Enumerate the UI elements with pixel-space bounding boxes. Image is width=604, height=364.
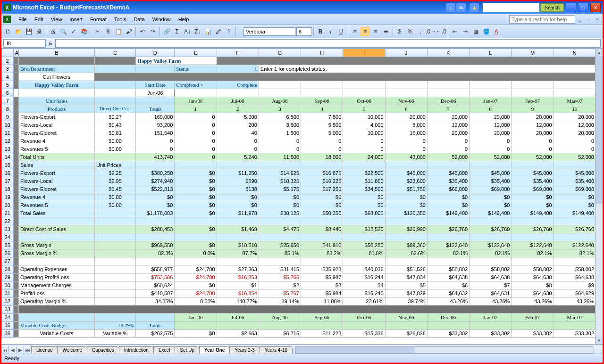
cell[interactable]: Flowers-Local	[18, 121, 94, 129]
cell[interactable]: $35,400	[427, 177, 469, 185]
cell[interactable]: 20,000	[512, 113, 554, 121]
decrease-decimal-icon[interactable]: ←.0	[436, 27, 446, 36]
cell[interactable]: 2	[217, 105, 259, 113]
cell[interactable]: $99,360	[385, 241, 427, 249]
cell[interactable]: 15,000	[385, 129, 427, 137]
cell[interactable]: $41,910	[301, 241, 343, 249]
cell[interactable]	[18, 314, 94, 322]
sort-desc-icon[interactable]: Z↓	[193, 27, 202, 36]
autosum-icon[interactable]: Σ	[172, 27, 182, 36]
sheet-tab[interactable]: License	[31, 346, 58, 354]
cell[interactable]: $0	[217, 201, 259, 209]
cell[interactable]	[217, 161, 259, 169]
cell[interactable]: $0	[259, 193, 301, 201]
cell[interactable]: $0	[175, 201, 217, 209]
cell[interactable]: $14,625	[259, 169, 301, 177]
cell[interactable]: Revenues 5	[18, 145, 94, 153]
cell[interactable]: $6,715	[259, 330, 301, 338]
cell[interactable]: $16,875	[301, 169, 343, 177]
cell[interactable]	[217, 257, 259, 265]
cell[interactable]: Feb-07	[512, 97, 554, 105]
cell[interactable]: 3,500	[259, 121, 301, 129]
cell[interactable]: $25,650	[259, 241, 301, 249]
paste-icon[interactable]: 📋	[114, 27, 123, 36]
cell[interactable]: 0	[385, 137, 427, 145]
cell[interactable]: $0	[175, 209, 217, 217]
row-header[interactable]: 14	[2, 153, 14, 161]
cell[interactable]: $0	[175, 193, 217, 201]
cell[interactable]: $0	[470, 193, 512, 201]
vertical-scrollbar[interactable]: ▲ ▼	[595, 49, 603, 344]
maximize-button[interactable]: □	[578, 3, 588, 12]
cell[interactable]: $0	[301, 201, 343, 209]
cell[interactable]: $16,225	[301, 177, 343, 185]
cell[interactable]: $120,350	[385, 209, 427, 217]
cell[interactable]	[470, 81, 512, 89]
cell[interactable]	[95, 225, 136, 233]
cell[interactable]: $0.27	[95, 113, 136, 121]
cell[interactable]: $11,800	[343, 177, 385, 185]
menu-format[interactable]: Format	[86, 16, 110, 23]
cell[interactable]: $138	[217, 185, 259, 193]
fill-color-icon[interactable]: 🪣	[481, 27, 491, 36]
row-header[interactable]: 9	[2, 113, 14, 121]
cell[interactable]: Variable Costs Budget	[18, 322, 94, 330]
cell[interactable]: Jun-06	[175, 97, 217, 105]
row-header[interactable]: 21	[2, 209, 14, 217]
cell[interactable]	[136, 97, 175, 105]
bold-icon[interactable]: B	[316, 27, 325, 36]
cell[interactable]: Products	[18, 105, 94, 113]
cell[interactable]: $0	[512, 201, 554, 209]
cell[interactable]: 0	[136, 145, 175, 153]
home-icon[interactable]: ⌂	[446, 3, 455, 12]
cell[interactable]: 20,000	[427, 113, 469, 121]
row-header[interactable]: 24	[2, 233, 14, 241]
cell[interactable]: Flowers-Export	[18, 113, 94, 121]
cell[interactable]	[385, 322, 427, 330]
cell[interactable]: $0	[175, 225, 217, 233]
cell[interactable]: 1	[175, 105, 217, 113]
doc-close-button[interactable]: ×	[594, 16, 601, 23]
cell[interactable]: Variable Costs	[18, 330, 94, 338]
cell[interactable]: 52,000	[470, 153, 512, 161]
col-header[interactable]: K	[427, 49, 469, 57]
cell[interactable]: Profit/Loss	[18, 290, 94, 298]
cell[interactable]: Direct Unit Cost	[95, 105, 136, 113]
cell[interactable]	[95, 314, 136, 322]
font-name-select[interactable]	[243, 27, 295, 36]
cell[interactable]: 0	[554, 137, 596, 145]
row-header[interactable]: 13	[2, 145, 14, 153]
cell[interactable]: $149,400	[470, 209, 512, 217]
menu-insert[interactable]: Insert	[66, 16, 86, 23]
cell[interactable]: $45,000	[427, 169, 469, 177]
row-header[interactable]: 23	[2, 225, 14, 233]
cell[interactable]	[175, 217, 217, 225]
cell[interactable]: 52,000	[512, 153, 554, 161]
cell[interactable]	[301, 257, 343, 265]
cell[interactable]: Totals	[136, 105, 175, 113]
cell[interactable]: 413,740	[136, 153, 175, 161]
cell[interactable]: Start Date	[136, 81, 175, 89]
cell[interactable]: $0	[175, 177, 217, 185]
cell[interactable]: 0	[175, 113, 217, 121]
minimize-button[interactable]: _	[566, 3, 576, 12]
cell[interactable]: Jan-07	[470, 97, 512, 105]
col-header[interactable]: L	[470, 49, 512, 57]
row-header[interactable]: 11	[2, 129, 14, 137]
cell[interactable]	[95, 265, 136, 273]
cell[interactable]: Jun-06	[175, 314, 217, 322]
cell[interactable]: $26,826	[385, 330, 427, 338]
cell[interactable]: Totals	[136, 322, 175, 330]
cell[interactable]: 5,240	[217, 153, 259, 161]
cell[interactable]: $35,923	[301, 265, 343, 273]
redo-icon[interactable]: ↷	[148, 27, 158, 36]
cell[interactable]: 7,500	[301, 113, 343, 121]
cell[interactable]: 4,000	[343, 121, 385, 129]
cell[interactable]: 0	[554, 145, 596, 153]
col-header[interactable]: C	[95, 49, 136, 57]
tab-last-icon[interactable]: ⏭	[24, 346, 32, 354]
cell[interactable]	[95, 249, 136, 257]
cell[interactable]: $4,475	[259, 225, 301, 233]
cell[interactable]: 0	[385, 145, 427, 153]
cell[interactable]	[512, 161, 554, 169]
